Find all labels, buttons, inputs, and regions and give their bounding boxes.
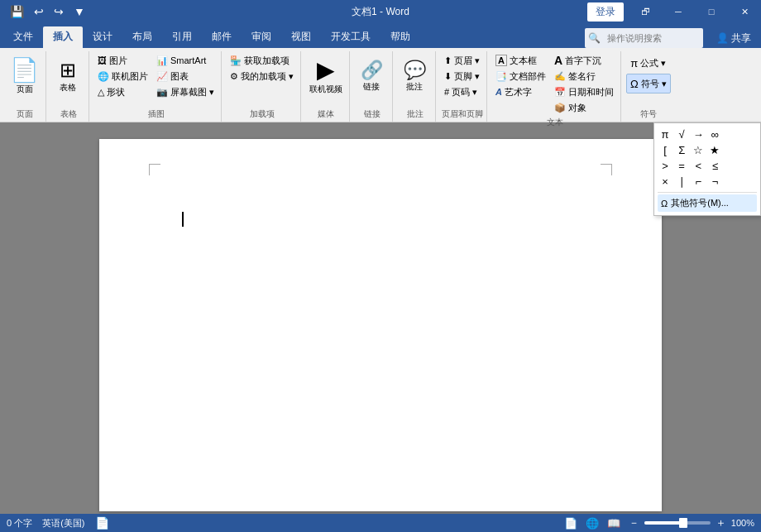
page-button[interactable]: 📄 页面 — [7, 53, 42, 101]
tab-help[interactable]: 帮助 — [380, 26, 420, 48]
signature-button[interactable]: ✍ 签名行 — [551, 69, 617, 84]
symbol-gt[interactable]: > — [658, 158, 672, 173]
pagenum-button[interactable]: # 页码 ▾ — [441, 84, 483, 99]
table-icon: ⊞ — [60, 60, 76, 80]
minimize-button[interactable]: ─ — [662, 0, 695, 23]
redo-quick-btn[interactable]: ↪ — [50, 0, 67, 23]
symbol-pi[interactable]: π — [658, 127, 672, 141]
share-button[interactable]: 👤 共享 — [710, 30, 758, 47]
customize-quick-btn[interactable]: ▼ — [70, 0, 89, 23]
save-quick-btn[interactable]: 💾 — [7, 0, 27, 23]
datetime-label: 日期和时间 — [568, 86, 614, 98]
word-count: 0 个字 — [7, 517, 32, 530]
symbol-divider — [658, 192, 757, 193]
help-search-input[interactable] — [601, 29, 700, 47]
link-button[interactable]: 🔗 链接 — [355, 53, 388, 101]
footer-icon: ⬇ — [444, 71, 452, 82]
comments-group-label: 批注 — [398, 107, 432, 122]
tab-review[interactable]: 审阅 — [242, 26, 281, 48]
addins-dropdown-icon: ▾ — [289, 71, 294, 82]
formula-label: 公式 — [640, 57, 658, 69]
zoom-slider[interactable] — [644, 521, 711, 525]
symbol-star-filled[interactable]: ★ — [707, 142, 722, 157]
comment-button[interactable]: 💬 批注 — [398, 53, 431, 101]
get-addins-button[interactable]: 🏪 获取加载项 — [227, 53, 297, 68]
header-button[interactable]: ⬆ 页眉 ▾ — [441, 53, 483, 68]
zoom-slider-thumb — [679, 518, 687, 528]
symbol-sigma[interactable]: Σ — [674, 142, 689, 157]
tab-references[interactable]: 引用 — [162, 26, 202, 48]
login-button[interactable]: 登录 — [587, 2, 624, 22]
picture-button[interactable]: 🖼 图片 — [94, 53, 151, 68]
footer-button[interactable]: ⬇ 页脚 ▾ — [441, 69, 483, 84]
close-button[interactable]: ✕ — [728, 0, 761, 23]
datetime-button[interactable]: 📅 日期和时间 — [551, 84, 617, 99]
restore-button[interactable]: 🗗 — [629, 0, 662, 23]
dropcap-button[interactable]: A 首字下沉 — [551, 53, 617, 68]
tab-layout[interactable]: 布局 — [122, 26, 162, 48]
online-picture-button[interactable]: 🌐 联机图片 — [94, 69, 151, 84]
symbol-sqrt[interactable]: √ — [674, 127, 689, 141]
comment-label: 批注 — [406, 81, 423, 93]
zoom-out-button[interactable]: － — [627, 515, 641, 530]
my-addins-icon: ⚙ — [230, 71, 238, 82]
smartart-button[interactable]: 📊 SmartArt — [153, 53, 218, 68]
more-symbols-button[interactable]: Ω 其他符号(M)... — [658, 194, 757, 212]
video-icon: ▶ — [317, 59, 335, 82]
textbox-button[interactable]: A 文本框 — [492, 53, 549, 68]
object-icon: 📦 — [554, 103, 566, 113]
table-button[interactable]: ⊞ 表格 — [51, 53, 84, 101]
formula-button[interactable]: π 公式 ▾ — [626, 53, 671, 73]
wordart-button[interactable]: A 艺术字 — [492, 84, 549, 99]
ribbon-tabs: 文件 插入 设计 布局 引用 邮件 审阅 视图 开发工具 帮助 🔍 👤 共享 — [0, 23, 761, 48]
object-button[interactable]: 📦 对象 — [551, 100, 617, 115]
text-buttons: A 文本框 📑 文档部件 A 艺术字 A 首字下沉 — [492, 53, 617, 115]
symbol-pipe[interactable]: ∣ — [674, 174, 689, 189]
symbol-infinity[interactable]: ∞ — [707, 127, 722, 141]
illustrations-cols: 🖼 图片 🌐 联机图片 △ 形状 📊 SmartArt — [94, 53, 218, 99]
symbol-times[interactable]: × — [658, 174, 672, 189]
tab-design[interactable]: 设计 — [83, 26, 122, 48]
symbol-button[interactable]: Ω 符号 ▾ — [626, 74, 671, 93]
chart-button[interactable]: 📈 图表 — [153, 69, 218, 84]
symbol-lt[interactable]: < — [691, 158, 706, 173]
symbol-arrow[interactable]: → — [691, 127, 706, 141]
symbols-group-label: 符号 — [626, 107, 671, 122]
symbol-leq[interactable]: ≤ — [707, 158, 722, 173]
symbol-not1[interactable]: ⌐ — [691, 174, 706, 189]
ribbon-bar: 📄 页面 页面 ⊞ 表格 表格 🖼 图片 — [0, 48, 761, 122]
comment-icon: 💬 — [404, 61, 426, 79]
symbol-star-outline[interactable]: ☆ — [691, 142, 706, 157]
print-view-button[interactable]: 📄 — [562, 517, 579, 530]
tables-group-label: 表格 — [51, 107, 85, 122]
symbol-not2[interactable]: ¬ — [707, 174, 722, 189]
screenshot-button[interactable]: 📷 屏幕截图 ▾ — [153, 84, 218, 99]
tab-view[interactable]: 视图 — [281, 26, 321, 48]
shapes-button[interactable]: △ 形状 — [94, 84, 151, 99]
tab-file[interactable]: 文件 — [3, 26, 43, 48]
web-view-button[interactable]: 🌐 — [584, 517, 601, 530]
share-icon: 👤 — [716, 32, 729, 44]
ribbon-group-addins: 🏪 获取加载项 ⚙ 我的加载项 ▾ 加载项 — [223, 51, 301, 122]
symbol-label: 符号 — [641, 78, 659, 90]
ribbon-group-pages: 📄 页面 页面 — [3, 51, 46, 122]
zoom-in-button[interactable]: ＋ — [714, 515, 728, 530]
share-label: 共享 — [731, 31, 751, 46]
tab-mailings[interactable]: 邮件 — [202, 26, 242, 48]
symbol-eq[interactable]: = — [674, 158, 689, 173]
tab-developer[interactable]: 开发工具 — [321, 26, 380, 48]
tab-insert[interactable]: 插入 — [43, 26, 83, 48]
maximize-button[interactable]: □ — [695, 0, 728, 23]
addins-group-label: 加载项 — [227, 107, 297, 122]
page-label: 页面 — [17, 84, 33, 95]
page-icon: 📄 — [10, 59, 39, 82]
my-addins-button[interactable]: ⚙ 我的加载项 ▾ — [227, 69, 297, 84]
title-text: 文档1 - Word — [352, 5, 409, 19]
document-page[interactable] — [99, 139, 662, 511]
docparts-button[interactable]: 📑 文档部件 — [492, 69, 549, 84]
undo-quick-btn[interactable]: ↩ — [31, 0, 47, 23]
online-video-button[interactable]: ▶ 联机视频 — [306, 53, 346, 101]
symbol-bracket[interactable]: [ — [658, 142, 672, 157]
read-view-button[interactable]: 📖 — [605, 517, 622, 530]
text-col2: A 首字下沉 ✍ 签名行 📅 日期和时间 📦 对象 — [551, 53, 617, 115]
